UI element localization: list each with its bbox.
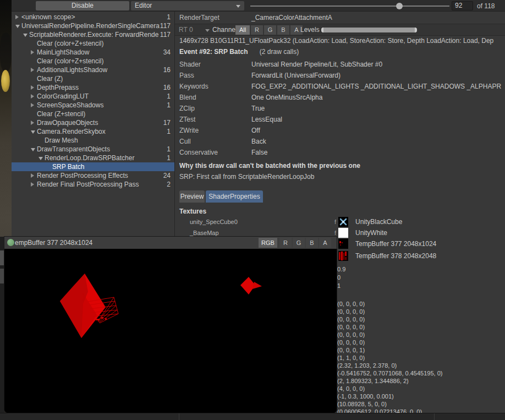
tree-row[interactable]: DepthPrepass16 [12, 83, 175, 92]
tree-row[interactable]: RenderLoop.DrawSRPBatcher1 [12, 154, 175, 162]
property-row: ConservativeFalse [175, 147, 505, 158]
tree-row-label: ScreenSpaceShadows [37, 101, 161, 110]
tree-row[interactable]: Clear (color+Z+stencil) [12, 39, 175, 48]
chevron-right-icon[interactable] [31, 121, 34, 125]
preview-channel-button-a[interactable]: A [319, 238, 331, 248]
channels-row: RT 0 Channels AllRGBA Levels [175, 24, 505, 36]
frame-number-field[interactable]: 92 [452, 1, 473, 10]
chevron-down-icon[interactable] [31, 148, 35, 151]
property-label: Blend [179, 92, 196, 103]
tree-row[interactable]: Camera.RenderSkybox1 [12, 127, 175, 136]
chevron-right-icon[interactable] [15, 15, 19, 19]
tree-row[interactable]: <unknown scope>1 [12, 13, 175, 21]
shader-vector-value: (0, 0, 0, 0) [337, 308, 442, 315]
shader-vector-value: (10.08928, 5, 0, 0) [337, 400, 442, 408]
preview-canvas[interactable] [4, 249, 337, 413]
red-dots-texture-icon[interactable] [338, 239, 348, 249]
chevron-down-icon[interactable] [15, 25, 20, 28]
black-cube-texture-icon[interactable] [338, 217, 348, 227]
tree-row-count: 117 [160, 21, 171, 30]
tree-row-label: Render PostProcessing Effects [37, 171, 161, 180]
channel-button-g[interactable]: G [264, 25, 276, 35]
target-selector-label: Editor [135, 2, 152, 9]
tree-row[interactable]: Render PostProcessing Effects24 [12, 171, 175, 180]
shader-float-value: 0 [337, 274, 345, 282]
tree-row[interactable]: Clear (color+Z+stencil) [12, 57, 175, 66]
channel-button-all[interactable]: All [235, 25, 250, 35]
disable-button[interactable]: Disable [36, 1, 129, 10]
frame-slider[interactable] [250, 6, 449, 7]
shadowmap-render [4, 249, 337, 413]
texture-preview-window: empBuffer 377 2048x1024 RGBRGBA [4, 237, 337, 413]
render-target-row: RenderTarget _CameraColorAttachmentA [175, 12, 505, 24]
tree-row-count: 117 [160, 30, 171, 39]
tree-row[interactable]: Clear (Z) [12, 74, 175, 83]
chevron-down-icon[interactable] [31, 130, 35, 134]
tree-row-count: 16 [163, 83, 171, 92]
tree-row[interactable]: UniversalRenderPipeline.RenderSingleCame… [12, 21, 175, 30]
tree-row-selected[interactable]: SRP Batch [12, 162, 175, 171]
tree-row-count: 1 [167, 154, 171, 162]
tab-shaderproperties[interactable]: ShaderProperties [206, 190, 263, 203]
shader-float-value: 1 [337, 282, 345, 290]
chevron-right-icon[interactable] [31, 103, 34, 107]
tab-preview[interactable]: Preview [179, 190, 205, 203]
chevron-right-icon[interactable] [31, 85, 34, 90]
preview-header[interactable]: empBuffer 377 2048x1024 RGBRGBA [4, 237, 337, 249]
tree-row[interactable]: ScriptableRenderer.Execute: ForwardRende… [12, 30, 175, 39]
preview-channel-button-b[interactable]: B [306, 238, 318, 248]
tree-row-label: ColorGradingLUT [37, 92, 161, 101]
preview-channel-button-rgb[interactable]: RGB [259, 238, 277, 248]
tree-row[interactable]: Draw Mesh [12, 136, 175, 145]
tree-row[interactable]: Clear (Z+stencil) [12, 110, 175, 118]
shader-vector-value: (0, 0, 0, 1) [337, 346, 442, 354]
property-row: BlendOne OneMinusSrcAlpha [175, 92, 505, 103]
tree-row[interactable]: MainLightShadow34 [12, 48, 175, 57]
rt-dropdown[interactable]: RT 0 [179, 24, 193, 35]
tree-row[interactable]: AdditionalLightsShadow16 [12, 66, 175, 74]
tree-row-count: 1 [167, 127, 171, 136]
shader-vector-value: (1, 1, 0, 0) [337, 354, 442, 362]
tree-row[interactable]: DrawOpaqueObjects17 [12, 118, 175, 127]
tree-row[interactable]: ColorGradingLUT1 [12, 92, 175, 101]
preview-channel-button-g[interactable]: G [293, 238, 305, 248]
texture-type-flag: f [334, 216, 336, 227]
channel-button-b[interactable]: B [277, 25, 289, 35]
tree-row[interactable]: Render Final PostProcessing Pass2 [12, 180, 175, 189]
chevron-down-icon[interactable] [39, 157, 43, 160]
shader-vector-value: (2, 1.809323, 1.344886, 2) [337, 377, 442, 385]
chevron-down-icon[interactable] [23, 34, 28, 37]
channel-button-r[interactable]: R [251, 25, 263, 35]
preview-channel-button-r[interactable]: R [279, 238, 292, 248]
chevron-right-icon[interactable] [31, 50, 34, 54]
bottom-strip [0, 413, 505, 420]
property-value: True [251, 103, 265, 114]
shader-vector-value: (0, 0, 0, 0) [337, 315, 442, 323]
batch-break-reason: SRP: First call from ScriptableRenderLoo… [179, 173, 314, 181]
shader-vector-value: (0, 0, 0, 0) [337, 300, 442, 308]
target-selector-dropdown[interactable]: Editor [131, 1, 244, 10]
texture-asset-name: TempBuffer 377 2048x1024 [355, 238, 436, 249]
chevron-right-icon[interactable] [31, 68, 34, 72]
property-value: One OneMinusSrcAlpha [251, 92, 322, 103]
levels-range-slider[interactable] [321, 28, 417, 32]
preview-title: empBuffer 377 2048x1024 [15, 237, 92, 249]
batch-break-title: Why this draw call can't be batched with… [179, 162, 360, 170]
tree-row-count: 17 [163, 118, 171, 127]
shader-vectors-list: (0, 0, 0, 0)(0, 0, 0, 0)(0, 0, 0, 0)(0, … [337, 300, 442, 416]
texture-asset-name: UnityWhite [355, 227, 387, 238]
white-texture-icon[interactable] [338, 228, 348, 238]
chevron-right-icon[interactable] [31, 182, 34, 187]
tree-row[interactable]: DrawTransparentObjects1 [12, 145, 175, 154]
chevron-right-icon[interactable] [31, 94, 34, 99]
frame-slider-handle[interactable] [396, 3, 403, 9]
tree-row-label: RenderLoop.DrawSRPBatcher [45, 154, 161, 162]
shader-vector-value: (-1, 0.3, 1000, 0.001) [337, 392, 442, 400]
red-bars-texture-icon[interactable] [338, 251, 348, 261]
render-target-label: RenderTarget [179, 12, 219, 24]
tree-row[interactable]: ScreenSpaceShadows1 [12, 101, 175, 110]
property-row: ZWriteOff [175, 125, 505, 136]
chevron-right-icon[interactable] [31, 173, 34, 178]
tree-row-label: Clear (color+Z+stencil) [37, 39, 161, 48]
chevron-down-icon [205, 29, 210, 32]
